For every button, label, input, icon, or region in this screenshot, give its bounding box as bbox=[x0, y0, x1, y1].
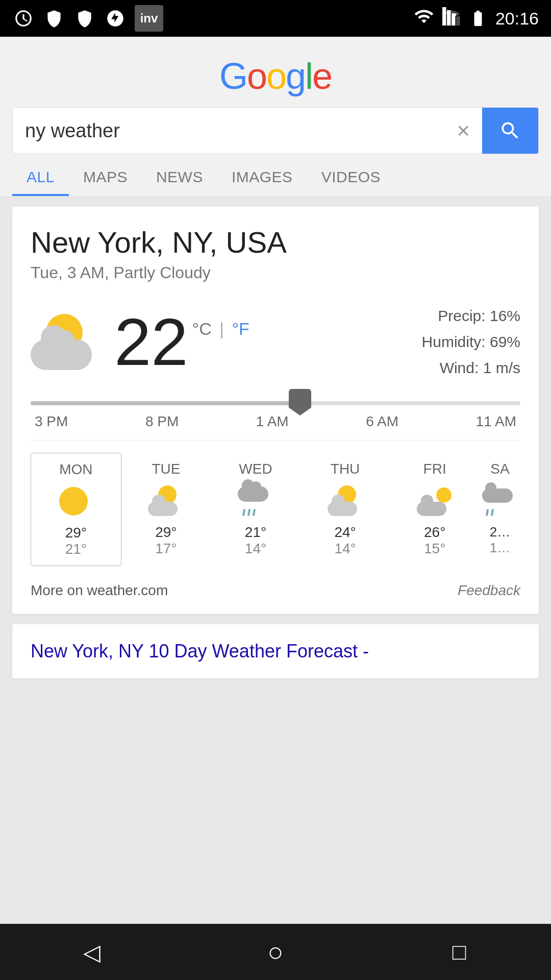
timeline-progress bbox=[31, 401, 300, 405]
forecast-sat-temps: 2… 1… bbox=[490, 524, 510, 556]
search-clear-button[interactable]: × bbox=[444, 118, 482, 143]
search-bar: ny weather × bbox=[12, 107, 539, 154]
forecast-thu-temps: 24° 14° bbox=[334, 524, 356, 557]
forecast-fri-icon bbox=[417, 485, 453, 516]
partly-cloudy-graphic bbox=[31, 314, 102, 370]
google-logo: Google bbox=[219, 55, 332, 97]
shield1-icon bbox=[43, 7, 65, 30]
timeline-thumb bbox=[289, 389, 311, 415]
forecast-thu[interactable]: THU 24° 14° bbox=[300, 453, 390, 566]
forecast-tue-temps: 29° 17° bbox=[155, 524, 177, 557]
weather-main: 22 °C | °F Precip: 16% Humidity: 69% Win… bbox=[31, 303, 520, 381]
nav-tabs: ALL MAPS NEWS IMAGES VIDEOS bbox=[0, 154, 551, 197]
weather-details: Precip: 16% Humidity: 69% Wind: 1 m/s bbox=[422, 303, 520, 381]
forecast-tue[interactable]: TUE 29° 17° bbox=[121, 453, 211, 566]
pinwheel-icon bbox=[104, 7, 127, 30]
shield2-icon bbox=[73, 7, 96, 30]
card-footer: More on weather.com Feedback bbox=[31, 578, 520, 599]
wifi-icon bbox=[414, 6, 434, 31]
timeline-label-1: 8 PM bbox=[145, 413, 179, 430]
timeline-label-4: 11 AM bbox=[476, 413, 516, 430]
more-weather-link[interactable]: More on weather.com bbox=[31, 582, 168, 599]
forecast-fri[interactable]: FRI 26° 15° bbox=[390, 453, 480, 566]
precip-value: Precip: 16% bbox=[422, 303, 520, 329]
svg-rect-3 bbox=[456, 16, 460, 26]
wind-value: Wind: 1 m/s bbox=[422, 355, 520, 381]
svg-rect-1 bbox=[447, 10, 451, 26]
tab-all[interactable]: ALL bbox=[12, 154, 69, 196]
weather-card: New York, NY, USA Tue, 3 AM, Partly Clou… bbox=[12, 207, 539, 614]
forecast-fri-temps: 26° 15° bbox=[424, 524, 445, 557]
forecast-mon[interactable]: MON 29° 21° bbox=[31, 453, 121, 566]
forecast-wed-icon bbox=[238, 485, 273, 516]
timeline[interactable]: 3 PM 8 PM 1 AM 6 AM 11 AM bbox=[31, 401, 520, 430]
forecast-thu-label: THU bbox=[331, 461, 360, 477]
search-submit-button[interactable] bbox=[482, 107, 538, 154]
forecast-tue-icon bbox=[148, 485, 184, 516]
recents-button[interactable]: □ bbox=[439, 932, 480, 972]
back-button[interactable]: ◁ bbox=[71, 932, 112, 972]
forecast-tue-label: TUE bbox=[152, 461, 180, 477]
time-display: 20:16 bbox=[495, 9, 539, 29]
status-icons-left: inv bbox=[12, 5, 163, 32]
forecast-wed[interactable]: WED 21° 14° bbox=[211, 453, 300, 566]
tab-news[interactable]: NEWS bbox=[142, 154, 217, 196]
results-area: New York, NY, USA Tue, 3 AM, Partly Clou… bbox=[0, 197, 551, 689]
bottom-nav: ◁ ○ □ bbox=[0, 924, 551, 980]
timeline-labels: 3 PM 8 PM 1 AM 6 AM 11 AM bbox=[31, 413, 520, 430]
forecast-sat[interactable]: SA 2… 1… bbox=[480, 453, 520, 566]
weather-location: New York, NY, USA bbox=[31, 225, 520, 259]
tab-videos[interactable]: VIDEOS bbox=[307, 154, 395, 196]
svg-rect-2 bbox=[452, 13, 456, 26]
humidity-value: Humidity: 69% bbox=[422, 329, 520, 355]
inv-icon: inv bbox=[135, 5, 163, 32]
temperature-unit: °C | °F bbox=[192, 309, 249, 339]
fahrenheit-unit[interactable]: °F bbox=[232, 319, 249, 338]
forecast-fri-label: FRI bbox=[423, 461, 446, 477]
status-bar: inv 20:16 bbox=[0, 0, 551, 37]
forecast-mon-icon bbox=[58, 486, 94, 517]
forecast-wed-temps: 21° 14° bbox=[245, 524, 266, 557]
forecast-sat-label: SA bbox=[490, 461, 509, 477]
timeline-label-3: 6 AM bbox=[366, 413, 398, 430]
timeline-label-0: 3 PM bbox=[35, 413, 68, 430]
weather-description: Tue, 3 AM, Partly Cloudy bbox=[31, 263, 520, 282]
home-button[interactable]: ○ bbox=[255, 932, 296, 972]
forecast-mon-label: MON bbox=[59, 461, 92, 478]
next-result-card: New York, NY 10 Day Weather Forecast - bbox=[12, 624, 539, 678]
skype-icon bbox=[12, 7, 35, 30]
forecast-thu-icon bbox=[328, 485, 363, 516]
svg-rect-0 bbox=[442, 7, 446, 26]
status-icons-right: 20:16 bbox=[414, 6, 539, 31]
cloud-element bbox=[31, 339, 92, 370]
timeline-label-2: 1 AM bbox=[256, 413, 289, 430]
signal-icon bbox=[442, 6, 461, 31]
forecast-mon-temps: 29° 21° bbox=[65, 525, 87, 557]
battery-icon bbox=[469, 8, 487, 29]
forecast-sat-icon bbox=[482, 485, 518, 516]
feedback-link[interactable]: Feedback bbox=[458, 582, 520, 599]
next-result-title[interactable]: New York, NY 10 Day Weather Forecast - bbox=[31, 641, 369, 662]
timeline-track bbox=[31, 401, 520, 405]
search-container: ny weather × bbox=[0, 107, 551, 154]
forecast-container: MON 29° 21° TUE bbox=[31, 440, 520, 566]
temperature-value: 22 bbox=[114, 309, 188, 375]
google-header: Google bbox=[0, 37, 551, 107]
celsius-unit[interactable]: °C bbox=[192, 319, 212, 338]
tab-images[interactable]: IMAGES bbox=[217, 154, 307, 196]
search-icon bbox=[499, 119, 521, 142]
forecast-wed-label: WED bbox=[239, 461, 272, 477]
weather-icon bbox=[31, 314, 102, 370]
tab-maps[interactable]: MAPS bbox=[69, 154, 142, 196]
search-input[interactable]: ny weather bbox=[13, 120, 444, 142]
temperature-display: 22 °C | °F bbox=[114, 309, 249, 375]
